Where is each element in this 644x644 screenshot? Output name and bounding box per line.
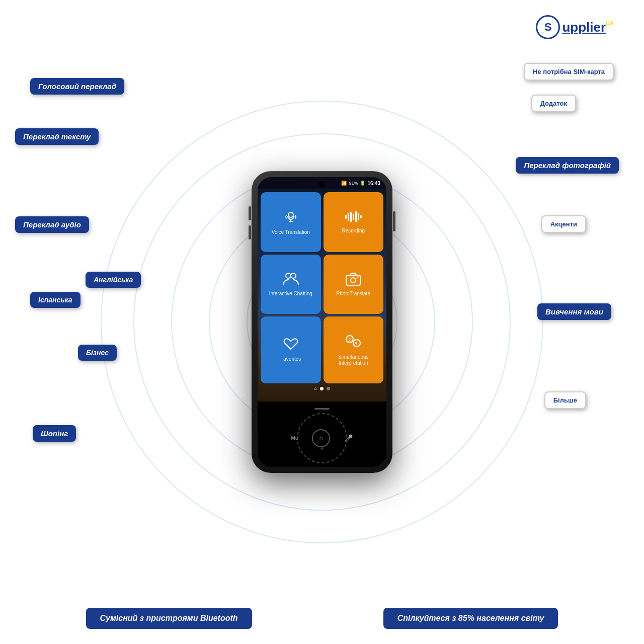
supplier-logo: S upplier UA: [536, 15, 614, 39]
spanish-label: Іспанська: [30, 292, 80, 308]
accents-label: Акценти: [541, 215, 586, 233]
center-button[interactable]: ○: [312, 429, 330, 447]
supplier-name: upplier: [562, 21, 606, 34]
shopping-label: Шопінг: [33, 425, 76, 442]
text-translation-label: Переклад тексту: [15, 128, 99, 145]
bottom-banners: Сумісний з пристроями Bluetooth Спілкуйт…: [0, 608, 644, 629]
voice-translation-label: Голосовий переклад: [30, 78, 124, 95]
svg-rect-6: [353, 214, 354, 220]
language-learning-label: Вивчення мови: [537, 303, 611, 320]
no-sim-label: Не потрібна SIM-карта: [524, 63, 614, 80]
simultaneous-interpretation-tile[interactable]: 文 A Simultaneous Interpretation: [324, 316, 384, 383]
favorites-tile-label: Favorites: [280, 356, 301, 362]
wifi-icon: 📶: [341, 181, 347, 186]
drag-handle: [314, 408, 330, 410]
voice-translation-tile-label: Voice Translation: [272, 229, 310, 235]
svg-rect-9: [360, 215, 362, 218]
svg-rect-3: [345, 215, 347, 219]
photo-translate-tile[interactable]: PhotoTranslate: [324, 255, 384, 313]
interactive-chatting-tile[interactable]: Interactive Chatting: [261, 255, 321, 313]
microphone-waves-icon: [283, 209, 298, 226]
photo-translate-tile-label: PhotoTranslate: [337, 291, 370, 297]
svg-text:文: 文: [348, 338, 352, 342]
svg-point-0: [288, 212, 293, 217]
circle-icon: ○: [319, 434, 323, 442]
translation-icon: 文 A: [344, 333, 362, 351]
supplier-letter: S: [544, 21, 552, 34]
app-label: Додаток: [531, 95, 576, 112]
svg-text:A: A: [354, 341, 358, 346]
simultaneous-interpretation-tile-label: Simultaneous Interpretation: [326, 354, 382, 366]
svg-point-11: [291, 273, 296, 278]
svg-rect-5: [350, 212, 352, 222]
business-label: Бізнес: [78, 345, 117, 361]
photo-translation-label: Переклад фотографій: [516, 157, 619, 174]
supplier-circle-icon: S: [536, 15, 560, 39]
favorites-tile[interactable]: Favorites: [261, 316, 321, 383]
app-grid: Voice Translation: [261, 192, 383, 383]
svg-point-14: [357, 276, 359, 278]
svg-point-13: [351, 278, 356, 283]
battery-level: 91%: [349, 181, 358, 186]
recording-tile-label: Recording: [342, 228, 365, 234]
app-screen: Voice Translation: [258, 189, 386, 401]
phone: 📶 91% 🔋 16:43: [252, 171, 392, 473]
recording-tile[interactable]: Recording: [324, 192, 384, 252]
me-label[interactable]: Me: [291, 435, 298, 441]
battery-icon: 🔋: [360, 181, 365, 186]
waveform-icon: [344, 211, 362, 225]
population-banner: Спілкуйтеся з 85% населення світу: [383, 608, 558, 629]
phone-screen: 📶 91% 🔋 16:43: [258, 177, 386, 467]
camera-icon: [345, 272, 361, 288]
phone-outer: 📶 91% 🔋 16:43: [252, 171, 392, 473]
audio-translation-label: Переклад аудіо: [15, 216, 89, 233]
interactive-chatting-tile-label: Interactive Chatting: [269, 291, 312, 297]
dot-active: [320, 387, 324, 390]
svg-point-10: [286, 273, 291, 278]
svg-rect-7: [355, 211, 357, 222]
time-display: 16:43: [367, 181, 380, 186]
dot-inactive: [327, 387, 330, 390]
bottom-controls: Me ○ 🎤 +: [258, 401, 386, 467]
more-label: Більше: [544, 391, 586, 409]
supplier-ua-badge: UA: [606, 21, 614, 26]
heart-icon: [283, 337, 299, 353]
voice-translation-tile[interactable]: Voice Translation: [261, 192, 321, 252]
bluetooth-banner: Сумісний з пристроями Bluetooth: [86, 608, 252, 629]
svg-rect-4: [348, 213, 349, 221]
mic-button[interactable]: 🎤: [344, 434, 353, 442]
svg-rect-8: [358, 213, 359, 220]
pagination-dots: ⌂: [261, 383, 383, 393]
english-label: Англійська: [86, 272, 141, 288]
people-icon: [283, 272, 299, 288]
